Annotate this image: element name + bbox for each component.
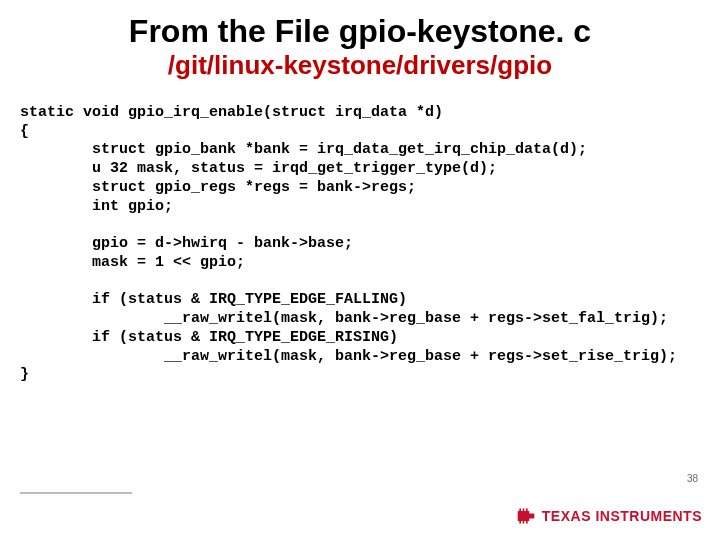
slide-title: From the File gpio-keystone. c [20,14,700,49]
svg-rect-7 [526,521,528,524]
ti-chip-icon [516,506,536,526]
svg-rect-1 [527,514,534,519]
svg-rect-3 [522,509,524,512]
ti-logo: TEXAS INSTRUMENTS [516,506,702,526]
svg-rect-5 [519,521,521,524]
divider-line [20,492,132,494]
slide: From the File gpio-keystone. c /git/linu… [0,0,720,540]
title-block: From the File gpio-keystone. c /git/linu… [20,14,700,80]
slide-subtitle: /git/linux-keystone/drivers/gpio [20,51,700,80]
svg-rect-2 [519,509,521,512]
svg-rect-0 [517,511,529,521]
page-number: 38 [687,473,698,484]
svg-rect-4 [526,509,528,512]
svg-rect-6 [522,521,524,524]
code-block: static void gpio_irq_enable(struct irq_d… [20,104,700,385]
ti-logo-text: TEXAS INSTRUMENTS [542,508,702,524]
